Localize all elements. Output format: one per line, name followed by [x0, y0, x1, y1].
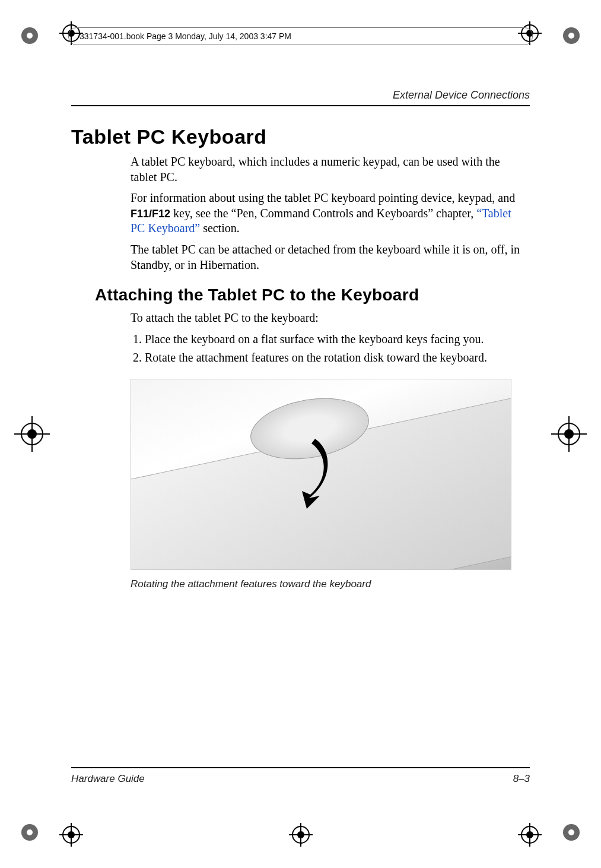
target-bottom-left: [59, 823, 83, 847]
svg-point-27: [68, 831, 75, 838]
footer-right: 8–3: [513, 773, 530, 785]
svg-point-1: [27, 33, 33, 39]
svg-point-5: [27, 829, 33, 835]
figure-caption: Rotating the attachment features toward …: [131, 578, 510, 590]
crop-mark-bottom-left: [18, 821, 53, 844]
page-footer: Hardware Guide 8–3: [71, 767, 530, 785]
intro-body: A tablet PC keyboard, which includes a n…: [131, 154, 524, 273]
intro-paragraph-1: A tablet PC keyboard, which includes a n…: [131, 154, 524, 185]
intro-paragraph-2: For information about using the tablet P…: [131, 191, 524, 236]
running-header: External Device Connections: [71, 89, 530, 106]
print-file-info: 331734-001.book Page 3 Monday, July 14, …: [68, 27, 533, 45]
svg-point-35: [526, 831, 533, 838]
subsection-title: Attaching the Tablet PC to the Keyboard: [95, 286, 530, 305]
intro-p2-a: For information about using the tablet P…: [131, 191, 515, 204]
key-label: F11/F12: [131, 208, 170, 220]
page-content: External Device Connections Tablet PC Ke…: [71, 89, 530, 785]
step-2: Rotate the attachment features on the ro…: [145, 350, 524, 366]
section-title: Tablet PC Keyboard: [71, 125, 530, 148]
target-bottom-right: [518, 823, 542, 847]
svg-point-7: [568, 829, 574, 835]
rotate-arrow-icon: [279, 433, 339, 510]
crop-mark-top-left: [18, 24, 53, 47]
svg-point-3: [568, 33, 574, 39]
footer-left: Hardware Guide: [71, 773, 145, 785]
print-file-info-text: 331734-001.book Page 3 Monday, July 14, …: [80, 31, 291, 41]
intro-p2-c: section.: [200, 221, 240, 235]
intro-paragraph-3: The tablet PC can be attached or detache…: [131, 242, 524, 273]
steps-list: Place the keyboard on a flat surface wit…: [131, 332, 524, 366]
steps-body: To attach the tablet PC to the keyboard:…: [131, 311, 524, 366]
svg-point-23: [564, 429, 574, 439]
crop-mark-top-right: [548, 24, 583, 47]
step-1: Place the keyboard on a flat surface wit…: [145, 332, 524, 347]
target-mid-right: [551, 416, 587, 452]
intro-p2-b: key, see the “Pen, Command Controls and …: [170, 207, 476, 220]
crop-mark-bottom-right: [548, 821, 583, 844]
svg-point-19: [27, 429, 37, 439]
figure-image: [131, 379, 511, 570]
figure: Rotating the attachment features toward …: [131, 379, 510, 590]
target-bottom-center: [289, 823, 313, 847]
target-mid-left: [14, 416, 50, 452]
svg-point-31: [297, 831, 304, 838]
steps-lead: To attach the tablet PC to the keyboard:: [131, 311, 524, 326]
